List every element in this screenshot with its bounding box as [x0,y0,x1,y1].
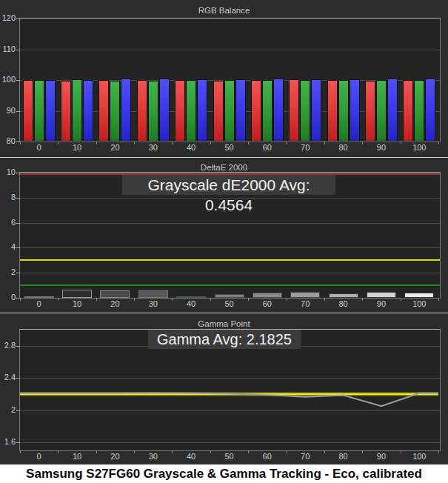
y-tick-mark [16,223,20,224]
x-minor-tick [438,450,439,453]
deltae-bar [215,294,244,298]
gamma-avg-overlay: Gamma Avg: 2.1825 [148,330,301,349]
rgb-bar-green [338,80,349,141]
gridline [20,50,440,50]
report-caption: Samsung S27FG60 Grayscale & Gamma Tracki… [0,464,448,483]
rgb-bar-green [224,80,235,141]
x-tick-label: 70 [290,143,320,152]
rgb-bar-blue [311,79,321,141]
rgb-bar-green [376,80,387,141]
x-minor-tick [287,450,287,453]
x-tick-label: 0 [24,299,54,308]
x-tick-label: 60 [253,299,282,308]
x-tick-label: 50 [215,143,244,152]
rgb-bar-red [403,80,413,141]
rgb-bar-red [327,80,338,141]
rgb-bar-red [213,81,224,141]
y-tick-label: 90 [0,106,16,115]
rgb-bar-red [289,79,299,141]
rgb-balance-plot [19,18,441,142]
x-minor-tick [172,298,173,301]
rgb-bar-blue [387,79,398,141]
x-tick-label: 70 [290,299,320,308]
deltae-bar [176,296,206,298]
x-minor-tick [96,141,97,144]
x-tick-label: 20 [100,143,130,152]
reference-line-visible-threshold [20,259,440,261]
x-tick-label: 30 [138,452,168,461]
x-tick-label: 80 [329,143,358,152]
deltae-title: DeltaE 2000 [0,163,448,172]
x-tick-label: 10 [62,299,92,308]
x-minor-tick [248,450,249,453]
x-minor-tick [134,450,135,453]
deltae-bar [367,292,396,298]
rgb-bar-red [175,80,185,141]
y-tick-mark [16,50,20,50]
x-tick-label: 10 [62,452,92,461]
x-tick-label: 80 [329,299,358,308]
y-tick-label: 100 [0,75,16,84]
x-minor-tick [287,141,287,144]
y-tick-label: 6 [0,218,16,227]
x-tick-label: 30 [138,143,168,152]
rgb-bar-green [72,79,82,141]
x-tick-label: 30 [138,299,168,308]
x-tick-label: 90 [367,143,396,152]
deltae-bar [100,290,130,298]
x-minor-tick [287,298,287,301]
y-tick-mark [16,173,20,173]
x-tick-label: 60 [253,143,282,152]
x-minor-tick [172,141,173,144]
x-tick-label: 40 [176,143,206,152]
gridline [20,247,440,248]
x-tick-label: 100 [404,452,434,461]
rgb-bar-green [110,81,120,141]
rgb-bar-blue [273,79,284,141]
y-tick-label: 2.4 [0,373,16,382]
rgb-bar-blue [197,79,207,141]
gridline [20,223,440,224]
y-tick-label: 8 [0,193,16,201]
rgb-bar-red [365,81,375,141]
x-minor-tick [438,141,439,144]
x-minor-tick [134,141,135,144]
x-tick-label: 10 [62,143,92,152]
x-minor-tick [324,298,325,301]
deltae-bar [138,290,168,298]
y-tick-label: 2.8 [0,341,16,350]
x-minor-tick [58,450,58,453]
gamma-title: Gamma Point [0,319,448,328]
x-minor-tick [438,298,439,301]
rgb-bar-blue [83,80,93,141]
y-tick-mark [16,198,20,199]
x-tick-label: 20 [100,452,130,461]
x-minor-tick [401,450,401,453]
rgb-bar-blue [350,79,360,141]
x-minor-tick [248,298,249,301]
x-minor-tick [20,141,21,144]
gridline [20,273,440,273]
x-tick-label: 100 [404,299,434,308]
x-minor-tick [401,298,401,301]
x-minor-tick [96,298,97,301]
x-tick-label: 100 [404,143,434,152]
panel-divider [0,157,448,158]
deltae-bar [62,290,92,298]
rgb-bar-green [186,80,196,141]
y-tick-label: 1.6 [0,437,16,446]
rgb-bar-green [34,80,44,141]
x-minor-tick [96,450,97,453]
x-tick-label: 0 [24,452,54,461]
x-minor-tick [362,141,363,144]
rgb-bar-red [137,80,147,141]
x-tick-label: 80 [329,452,358,461]
grayscale-avg-overlay: Grayscale dE2000 Avg: 0.4564 [122,175,335,195]
y-tick-label: 2 [0,267,16,276]
x-minor-tick [362,298,363,301]
rgb-balance-title: RGB Balance [0,6,448,15]
x-minor-tick [172,450,173,453]
y-tick-mark [16,247,20,248]
y-tick-label: 10 [0,167,16,176]
y-tick-label: 0 [0,293,16,302]
